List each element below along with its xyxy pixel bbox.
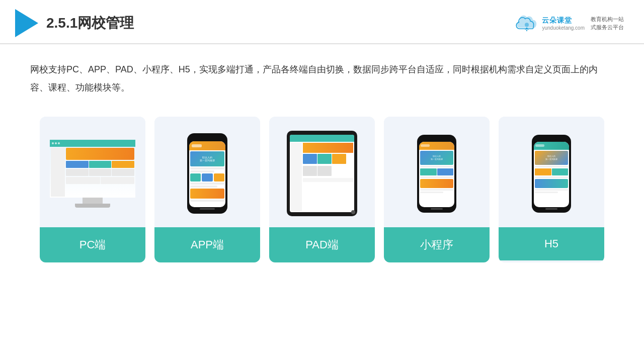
brand-url: yunduoketang.com: [542, 25, 585, 31]
card-miniapp: 职达人的第一堂判推课 小程序: [384, 117, 490, 262]
phone-miniapp-icon: 职达人的第一堂判推课: [417, 135, 456, 213]
pc-monitor-icon: [50, 140, 135, 208]
card-pc-image: [40, 117, 145, 227]
phone-app-icon: 职达人的第一堂判推课: [187, 133, 227, 214]
description-text: 网校支持PC、APP、PAD、小程序、H5，实现多端打通，产品各终端自由切换，数…: [0, 44, 644, 107]
brand-text: 云朵课堂 yunduoketang.com: [542, 16, 585, 31]
card-h5-label: H5: [499, 227, 604, 260]
card-pad-image: [269, 117, 375, 227]
card-pc: PC端: [40, 117, 145, 262]
header-left: 2.5.1网校管理: [15, 9, 134, 37]
brand-name: 云朵课堂: [542, 16, 585, 25]
card-miniapp-label: 小程序: [384, 227, 490, 262]
tablet-pad-icon: [287, 131, 357, 216]
svg-point-0: [525, 23, 529, 27]
card-app: 职达人的第一堂判推课: [154, 117, 260, 262]
card-h5: 职达人的第一堂判推课 H5: [499, 117, 604, 262]
header-right: 云朵课堂 yunduoketang.com 教育机构一站 式服务云平台: [515, 14, 624, 32]
card-pc-label: PC端: [40, 227, 145, 262]
logo-triangle-icon: [15, 9, 38, 37]
card-pad-label: PAD端: [269, 227, 375, 262]
brand-slogan: 教育机构一站 式服务云平台: [591, 15, 624, 32]
card-app-image: 职达人的第一堂判推课: [154, 117, 260, 227]
card-app-label: APP端: [154, 227, 260, 262]
brand-logo: 云朵课堂 yunduoketang.com 教育机构一站 式服务云平台: [515, 14, 624, 32]
card-h5-image: 职达人的第一堂判推课: [499, 117, 604, 227]
cards-container: PC端 职达人的第一堂判推课: [0, 107, 644, 273]
cloud-icon: [515, 14, 539, 32]
card-miniapp-image: 职达人的第一堂判推课: [384, 117, 490, 227]
header: 2.5.1网校管理 云朵课堂 yunduoketang.com 教育机构一站 式…: [0, 0, 644, 44]
card-pad: PAD端: [269, 117, 375, 262]
page-title: 2.5.1网校管理: [46, 14, 134, 33]
phone-h5-icon: 职达人的第一堂判推课: [532, 135, 571, 213]
